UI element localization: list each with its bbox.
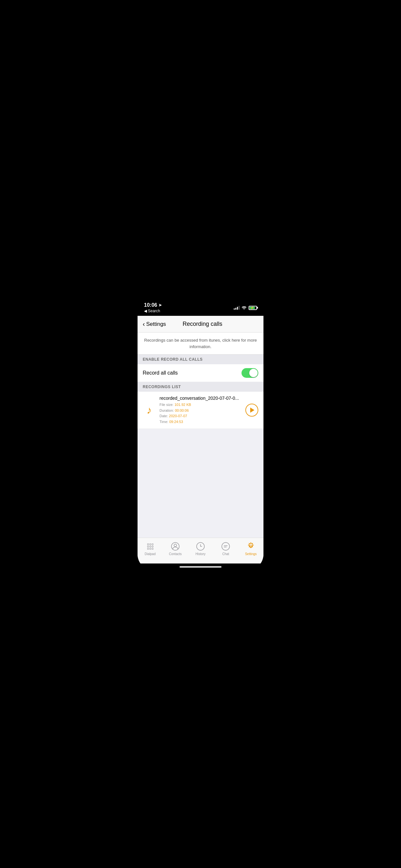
record-all-calls-toggle[interactable] xyxy=(242,368,258,378)
back-label: Settings xyxy=(146,321,166,328)
play-icon xyxy=(250,407,254,413)
battery-icon: ⚡ xyxy=(249,306,257,310)
time-display: 10:06 xyxy=(144,302,157,308)
status-right: ⚡ xyxy=(234,305,257,310)
recording-duration: Duration: 00:00:06 xyxy=(159,408,242,414)
tab-history[interactable]: History xyxy=(188,540,213,557)
record-all-calls-label: Record all calls xyxy=(143,370,178,376)
location-icon: ➤ xyxy=(158,303,162,307)
enable-section-title: ENABLE RECORD ALL CALLS xyxy=(143,357,258,362)
svg-point-3 xyxy=(222,542,229,550)
contacts-tab-label: Contacts xyxy=(169,552,181,556)
chat-tab-label: Chat xyxy=(222,552,229,556)
svg-point-1 xyxy=(174,544,177,547)
back-button[interactable]: ‹ Settings xyxy=(143,320,166,328)
signal-bar-4 xyxy=(239,306,240,310)
status-search[interactable]: ◀ Search xyxy=(144,309,162,313)
date-value: 2020-07-07 xyxy=(169,414,187,418)
signal-bar-3 xyxy=(237,307,238,310)
enable-section-header: ENABLE RECORD ALL CALLS xyxy=(137,354,264,364)
info-text: Recordings can be accessed from itunes, … xyxy=(143,337,258,350)
time-value: 09:24:53 xyxy=(169,420,183,424)
history-tab-label: History xyxy=(195,552,205,556)
record-all-calls-row: Record all calls xyxy=(137,364,264,382)
tab-settings[interactable]: Settings xyxy=(238,540,264,557)
info-banner[interactable]: Recordings can be accessed from itunes, … xyxy=(137,333,264,354)
recording-file-size: File size: 101.92 KB xyxy=(159,402,242,408)
tab-dialpad[interactable]: Dialpad xyxy=(137,540,163,557)
file-size-value: 101.92 KB xyxy=(174,403,191,407)
back-arrow-icon: ◀ xyxy=(144,309,147,313)
signal-bars xyxy=(234,306,240,310)
wifi-icon xyxy=(242,305,247,310)
settings-icon xyxy=(246,542,255,551)
duration-value: 00:00:06 xyxy=(175,408,189,412)
signal-bar-2 xyxy=(235,308,236,310)
recordings-list-title: RECORDINGS LIST xyxy=(143,384,258,389)
chat-icon xyxy=(221,542,230,551)
page-title: Recording calls xyxy=(166,321,239,328)
search-label: Search xyxy=(148,309,160,313)
tab-bar: Dialpad Contacts xyxy=(137,538,264,563)
battery-fill: ⚡ xyxy=(250,307,255,309)
nav-header: ‹ Settings Recording calls xyxy=(137,316,264,333)
recording-item: ♪ recorded_conversation_2020-07-07-0... … xyxy=(137,392,264,429)
dialpad-tab-label: Dialpad xyxy=(145,552,156,556)
recording-time: Time: 09:24:53 xyxy=(159,419,242,425)
status-bar: 10:06 ➤ ◀ Search xyxy=(137,298,264,316)
recording-date: Date: 2020-07-07 xyxy=(159,413,242,419)
tab-contacts[interactable]: Contacts xyxy=(163,540,188,557)
settings-tab-label: Settings xyxy=(245,552,257,556)
phone-frame: 10:06 ➤ ◀ Search xyxy=(137,298,264,570)
chevron-left-icon: ‹ xyxy=(143,320,145,328)
music-icon: ♪ xyxy=(143,404,156,416)
recording-name: recorded_conversation_2020-07-07-0... xyxy=(159,396,242,401)
status-left: 10:06 ➤ ◀ Search xyxy=(144,302,162,313)
recording-info: recorded_conversation_2020-07-07-0... Fi… xyxy=(159,396,242,425)
recordings-list: ♪ recorded_conversation_2020-07-07-0... … xyxy=(137,392,264,538)
battery-bolt: ⚡ xyxy=(251,306,254,309)
signal-bar-1 xyxy=(234,308,235,310)
tab-chat[interactable]: Chat xyxy=(213,540,238,557)
main-content: ‹ Settings Recording calls Recordings ca… xyxy=(137,316,264,563)
status-time: 10:06 ➤ xyxy=(144,302,162,308)
recordings-list-header: RECORDINGS LIST xyxy=(137,382,264,392)
dialpad-icon xyxy=(146,542,155,551)
home-indicator xyxy=(137,563,264,570)
toggle-knob xyxy=(249,369,258,377)
history-icon xyxy=(196,542,205,551)
contacts-icon xyxy=(171,542,180,551)
home-bar xyxy=(180,566,221,568)
play-button[interactable] xyxy=(245,404,258,416)
